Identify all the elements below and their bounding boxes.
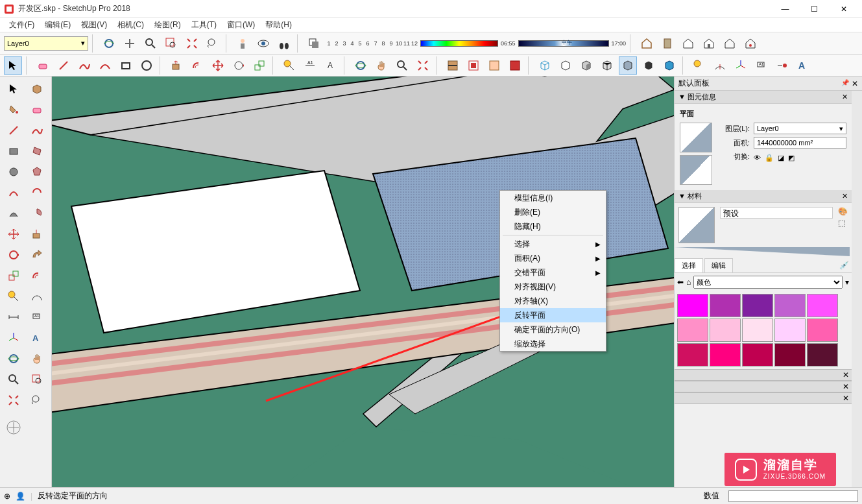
- zoom-extents2-icon[interactable]: [414, 56, 432, 75]
- style-shaded-icon[interactable]: [577, 56, 595, 75]
- shadow-date-slider[interactable]: 123456789101112: [326, 37, 418, 50]
- color-swatch[interactable]: [807, 343, 838, 366]
- layer-dropdown-field[interactable]: Layer0▾: [754, 123, 846, 134]
- zoom-extents-icon[interactable]: [183, 34, 201, 53]
- tape2-icon[interactable]: [690, 56, 708, 75]
- text3-icon[interactable]: A1: [26, 307, 48, 327]
- pan3-icon[interactable]: [26, 349, 48, 368]
- axes2-icon[interactable]: [3, 328, 25, 348]
- 2point-arc-icon[interactable]: [26, 183, 48, 202]
- color-swatch[interactable]: [710, 318, 741, 342]
- warehouse-icon[interactable]: [638, 34, 656, 53]
- tape3-icon[interactable]: [3, 287, 25, 306]
- color-swatch[interactable]: [774, 343, 806, 366]
- tape-measure-icon[interactable]: [280, 56, 298, 75]
- pie-icon[interactable]: [26, 204, 48, 223]
- shadow-receive-icon[interactable]: ◩: [788, 154, 795, 162]
- arc2-icon[interactable]: [3, 183, 25, 202]
- circle-tool-icon[interactable]: [138, 56, 156, 75]
- dimension3-icon[interactable]: [3, 307, 25, 327]
- pan-icon[interactable]: [121, 34, 139, 53]
- panel-scrollbar[interactable]: [852, 91, 862, 487]
- ctx-select[interactable]: 选择▶: [500, 237, 606, 251]
- orbit2-icon[interactable]: [352, 56, 370, 75]
- maximize-button[interactable]: ☐: [800, 0, 829, 18]
- protractor-icon[interactable]: [711, 56, 729, 75]
- front-face-swatch[interactable]: [680, 123, 712, 152]
- section-fill-icon[interactable]: [506, 56, 524, 75]
- color-swatch[interactable]: [742, 343, 773, 366]
- pushpull-tool-icon[interactable]: [167, 56, 186, 75]
- section-display-icon[interactable]: [464, 56, 483, 75]
- library-menu-icon[interactable]: ▾: [845, 278, 849, 287]
- create-material-icon[interactable]: 🎨: [838, 207, 848, 216]
- 3dtext-icon[interactable]: A: [794, 56, 812, 75]
- zoom-window2-icon[interactable]: [26, 370, 48, 389]
- pan-round-icon[interactable]: [3, 418, 25, 437]
- rotate2-icon[interactable]: [3, 245, 25, 265]
- axes-icon[interactable]: [732, 56, 750, 75]
- layer-dropdown[interactable]: Layer0 ▾: [4, 36, 88, 51]
- pan2-icon[interactable]: [372, 56, 390, 75]
- menu-window[interactable]: 窗口(W): [222, 18, 260, 32]
- material-preview-swatch[interactable]: [678, 207, 715, 243]
- eraser-tool-icon[interactable]: [34, 56, 52, 75]
- entity-info-header[interactable]: ▼ 图元信息 ✕: [675, 91, 852, 104]
- ctx-area[interactable]: 面积(A)▶: [500, 251, 606, 265]
- color-swatch[interactable]: [774, 318, 806, 342]
- minimize-button[interactable]: —: [771, 0, 800, 18]
- visible-toggle-icon[interactable]: 👁: [754, 154, 761, 162]
- eraser-icon[interactable]: [26, 100, 48, 119]
- house2-icon[interactable]: [700, 34, 718, 53]
- component-icon[interactable]: [26, 79, 48, 99]
- menu-help[interactable]: 帮助(H): [260, 18, 297, 32]
- tab-edit[interactable]: 编辑: [704, 258, 733, 272]
- collapsed-section-3[interactable]: ✕: [675, 392, 852, 404]
- pushpull2-icon[interactable]: [26, 224, 48, 244]
- color-swatch[interactable]: [677, 318, 708, 342]
- shadow-time-slider[interactable]: 中午: [518, 40, 609, 47]
- house4-icon[interactable]: [741, 34, 760, 53]
- move-tool-icon[interactable]: [209, 56, 227, 75]
- ctx-delete[interactable]: 删除(E): [500, 205, 606, 219]
- dimension2-icon[interactable]: A1: [752, 56, 771, 75]
- ctx-zoom-selection[interactable]: 缩放选择: [500, 337, 606, 351]
- default-tray-header[interactable]: 默认面板 📌 ✕: [675, 77, 862, 91]
- color-swatch[interactable]: [774, 294, 806, 317]
- style-shaded-tex-icon[interactable]: [598, 56, 616, 75]
- pin-icon[interactable]: 📌: [841, 79, 849, 88]
- default-material-icon[interactable]: ⬚: [838, 219, 848, 228]
- file-cabinet-icon[interactable]: [658, 34, 676, 53]
- 3dtext2-icon[interactable]: A: [26, 328, 48, 348]
- menu-camera[interactable]: 相机(C): [112, 18, 149, 32]
- freehand-tool-icon[interactable]: [75, 56, 93, 75]
- rectangle-tool-icon[interactable]: [117, 56, 135, 75]
- viewport-3d[interactable]: 模型信息(I) 删除(E) 隐藏(H) 选择▶ 面积(A)▶ 交错平面▶ 对齐视…: [52, 77, 674, 487]
- scale2-icon[interactable]: [3, 266, 25, 285]
- menu-edit[interactable]: 编辑(E): [40, 18, 76, 32]
- pencil-icon[interactable]: [3, 121, 25, 140]
- style-mono-icon[interactable]: [619, 56, 637, 75]
- move2-icon[interactable]: [3, 224, 25, 244]
- credits-icon[interactable]: 👤: [16, 492, 25, 501]
- color-swatch[interactable]: [677, 294, 708, 317]
- section-cut-icon[interactable]: [485, 56, 503, 75]
- house3-icon[interactable]: [721, 34, 739, 53]
- material-category-dropdown[interactable]: 颜色: [693, 276, 843, 289]
- shadow-toggle-icon[interactable]: [305, 34, 323, 53]
- ctx-align-axes[interactable]: 对齐轴(X): [500, 294, 606, 308]
- value-input[interactable]: [728, 490, 858, 502]
- house1-icon[interactable]: [679, 34, 697, 53]
- eyedropper-icon[interactable]: 💉: [837, 258, 852, 272]
- collapsed-section-1[interactable]: ✕: [675, 369, 852, 381]
- rectangle2-icon[interactable]: [3, 141, 25, 161]
- back-face-swatch[interactable]: [680, 155, 712, 185]
- color-swatch[interactable]: [807, 294, 838, 317]
- followme-icon[interactable]: [26, 245, 48, 265]
- ctx-orient-faces[interactable]: 确定平面的方向(O): [500, 322, 606, 337]
- line-tool-icon[interactable]: [54, 56, 73, 75]
- prev-view2-icon[interactable]: [26, 390, 48, 410]
- menu-tools[interactable]: 工具(T): [186, 18, 222, 32]
- offset2-icon[interactable]: [26, 266, 48, 285]
- position-camera-icon[interactable]: [233, 34, 252, 53]
